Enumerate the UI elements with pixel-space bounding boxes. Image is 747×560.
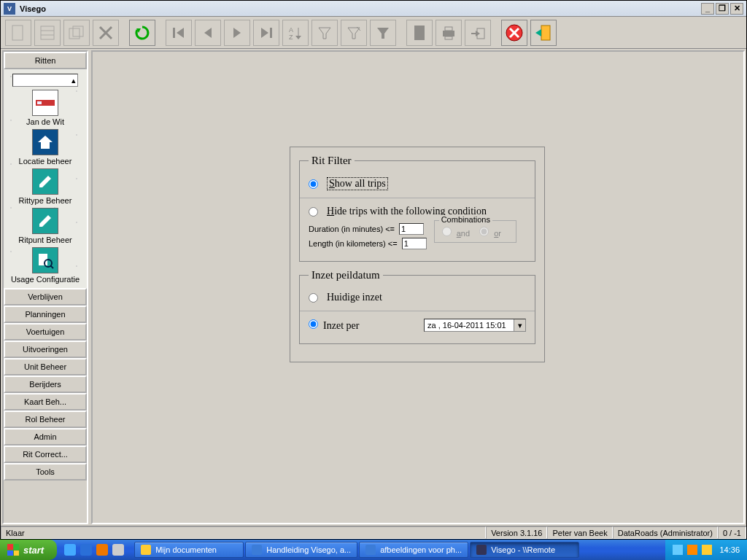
clock[interactable]: 14:36 — [719, 545, 740, 554]
radio-or-label[interactable]: or — [479, 229, 501, 238]
tray-icon[interactable] — [687, 545, 697, 555]
radio-inzet-per[interactable] — [309, 319, 318, 329]
toolbar-filter2-icon[interactable] — [341, 20, 367, 46]
sidebar-btn-ritcorrect[interactable]: Rit Correct... — [4, 446, 87, 463]
content-area: Rit Filter Show all trips Hide trips wit… — [91, 50, 745, 524]
task-label: afbeeldingen voor ph... — [380, 545, 462, 554]
search-doc-icon — [32, 247, 58, 273]
sidebar-item-jandewit[interactable]: Jan de Wit — [5, 90, 85, 126]
word-icon — [365, 545, 376, 555]
sidebar-btn-rolbeheer[interactable]: Rol Beheer — [4, 411, 87, 428]
toolbar-first-icon[interactable] — [166, 20, 192, 46]
sidebar-btn-admin[interactable]: Admin — [4, 428, 87, 446]
toolbar-next-icon[interactable] — [224, 20, 250, 46]
maximize-button[interactable]: ❐ — [716, 3, 729, 15]
word-icon — [252, 545, 262, 555]
quick-launch — [57, 544, 131, 556]
toolbar-print-icon[interactable] — [436, 20, 462, 46]
length-input[interactable] — [402, 238, 427, 249]
sidebar-btn-verblijven[interactable]: Verblijven — [4, 288, 87, 306]
task-handleiding[interactable]: Handleiding Visego, a... — [245, 542, 357, 558]
length-label: Length (in kilometers) <= — [309, 239, 398, 248]
sidebar-scroll-up[interactable]: ▴ — [12, 74, 78, 87]
sidebar-item-locatie[interactable]: Locatie beheer — [5, 129, 85, 166]
radio-show-all[interactable] — [309, 179, 318, 189]
radio-and-label[interactable]: and — [442, 229, 470, 238]
task-mijndocumenten[interactable]: Mijn documenten — [134, 542, 244, 558]
toolbar-refresh-icon[interactable] — [129, 20, 155, 46]
toolbar-sort-icon[interactable]: AZ — [282, 20, 309, 46]
start-label: start — [23, 545, 44, 556]
status-version: Version 3.1.16 — [486, 526, 547, 539]
tray-icon[interactable] — [673, 545, 683, 555]
quicklaunch-firefox-icon[interactable] — [96, 544, 108, 556]
date-picker[interactable]: za , 16-04-2011 15:01 ▾ — [424, 319, 526, 332]
toolbar-prev-icon[interactable] — [195, 20, 221, 46]
start-button[interactable]: start — [0, 540, 57, 560]
radio-inzet-per-label[interactable]: Inzet per — [323, 320, 359, 331]
duration-input[interactable] — [399, 223, 424, 235]
taskbar-tasks: Mijn documenten Handleiding Visego, a...… — [131, 542, 665, 558]
sidebar-item-rittype[interactable]: Rittype Beheer — [5, 168, 85, 205]
svg-marker-13 — [261, 28, 268, 38]
quicklaunch-desktop-icon[interactable] — [64, 544, 76, 556]
sidebar-btn-berijders[interactable]: Berijders — [4, 376, 87, 393]
toolbar-new-icon[interactable] — [5, 20, 31, 46]
sidebar: Ritten ▴ Jan de Wit Locatie beheer — [2, 50, 88, 524]
titlebar[interactable]: V Visego _ ❐ ✕ — [1, 1, 746, 17]
quicklaunch-app-icon[interactable] — [112, 544, 124, 556]
toolbar-delete-icon[interactable] — [93, 20, 119, 46]
sidebar-btn-kaart[interactable]: Kaart Beh... — [4, 393, 87, 411]
toolbar-filter3-icon[interactable] — [370, 20, 396, 46]
sidebar-header-ritten[interactable]: Ritten — [4, 52, 87, 69]
radio-huidige-label[interactable]: Huidige inzet — [327, 292, 382, 303]
sidebar-item-usage[interactable]: Usage Configuratie — [5, 247, 85, 284]
svg-rect-23 — [414, 26, 425, 40]
toolbar-grids-icon[interactable] — [63, 20, 90, 46]
toolbar-grid-icon[interactable] — [34, 20, 61, 46]
quicklaunch-ie-icon[interactable] — [80, 544, 92, 556]
sidebar-icon-panel: ▴ Jan de Wit Locatie beheer — [4, 69, 87, 288]
combinations-legend: Combinations — [439, 215, 492, 224]
system-tray: 14:36 — [665, 540, 747, 560]
task-visego[interactable]: Visego - \\Remote — [470, 542, 579, 558]
sidebar-btn-tools[interactable]: Tools — [4, 463, 87, 481]
toolbar-export-icon[interactable] — [465, 20, 491, 46]
sidebar-btn-planningen[interactable]: Planningen — [4, 306, 87, 323]
chevron-down-icon[interactable]: ▾ — [514, 319, 525, 331]
chevron-up-icon: ▴ — [71, 76, 76, 85]
radio-hide-trips[interactable] — [309, 207, 318, 217]
status-counter: 0 / -1 — [718, 526, 746, 539]
filter-inputs: Duration (in minutes) <= Length (in kilo… — [309, 220, 427, 252]
radio-huidige[interactable] — [309, 293, 318, 303]
inzet-legend: Inzet peildatum — [309, 269, 383, 281]
svg-marker-18 — [295, 36, 301, 39]
rit-filter-fieldset: Rit Filter Show all trips Hide trips wit… — [299, 155, 535, 262]
toolbar-filter1-icon[interactable] — [311, 20, 338, 46]
tray-icon[interactable] — [702, 545, 712, 555]
toolbar-cancel-icon[interactable] — [501, 20, 527, 46]
svg-rect-5 — [73, 26, 83, 36]
radio-or — [479, 227, 489, 236]
svg-marker-12 — [233, 28, 241, 38]
svg-marker-39 — [39, 215, 51, 227]
status-ready: Klaar — [1, 526, 486, 539]
radio-show-all-label[interactable]: Show all trips — [327, 177, 388, 190]
task-afbeeldingen[interactable]: afbeeldingen voor ph... — [359, 542, 468, 558]
svg-text:Z: Z — [289, 34, 293, 40]
svg-rect-1 — [41, 26, 54, 39]
close-button[interactable]: ✕ — [730, 3, 743, 15]
toolbar-last-icon[interactable] — [253, 20, 279, 46]
date-value: za , 16-04-2011 15:01 — [427, 321, 506, 330]
svg-rect-14 — [270, 28, 272, 38]
minimize-button[interactable]: _ — [701, 3, 714, 15]
toolbar-doc-icon[interactable] — [406, 20, 433, 46]
sidebar-item-label: Jan de Wit — [5, 117, 85, 126]
sidebar-btn-uitvoeringen[interactable]: Uitvoeringen — [4, 341, 87, 358]
toolbar-exit-icon[interactable] — [530, 20, 557, 46]
sidebar-item-ritpunt[interactable]: Ritpunt Beheer — [5, 208, 85, 244]
sidebar-btn-unitbeheer[interactable]: Unit Beheer — [4, 358, 87, 376]
sidebar-btn-voertuigen[interactable]: Voertuigen — [4, 323, 87, 341]
separator — [300, 198, 535, 198]
separator — [300, 311, 535, 311]
